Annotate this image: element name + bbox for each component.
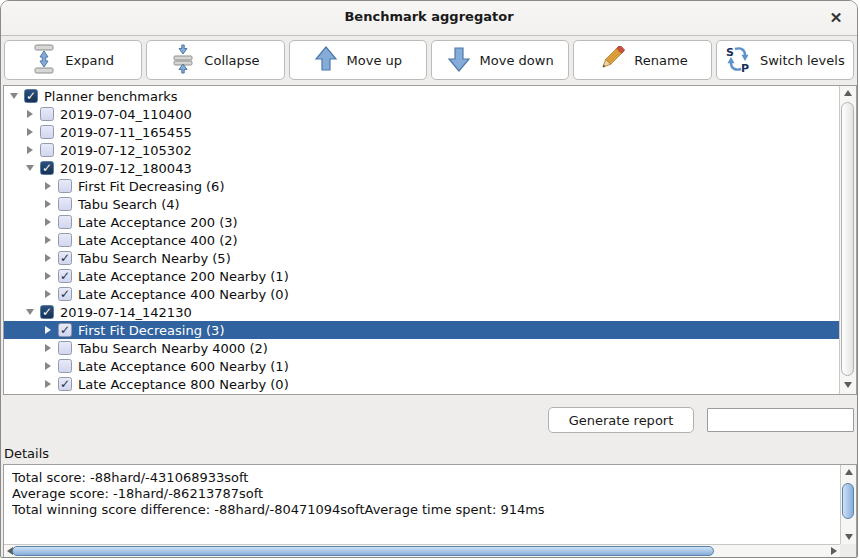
report-name-input[interactable] xyxy=(707,408,854,432)
tree-checkbox[interactable] xyxy=(58,359,72,373)
title-bar: Benchmark aggregator ✕ xyxy=(1,1,857,36)
tree-checkbox[interactable] xyxy=(40,143,54,157)
details-horizontal-scrollbar[interactable] xyxy=(4,544,840,557)
details-label: Details xyxy=(4,446,49,461)
tree-item-label: Late Acceptance 200 (3) xyxy=(78,215,238,230)
expand-arrow-icon[interactable] xyxy=(41,271,54,281)
tree-item-label: 2019-07-04_110400 xyxy=(60,107,192,122)
expand-arrow-icon[interactable] xyxy=(41,289,54,299)
expand-arrow-icon[interactable] xyxy=(41,235,54,245)
tree-item-label: Planner benchmarks xyxy=(44,89,178,104)
tree-checkbox[interactable] xyxy=(58,341,72,355)
expand-arrow-icon[interactable] xyxy=(41,325,54,335)
scroll-right-icon[interactable] xyxy=(828,545,840,557)
tree-row[interactable]: ✓Late Acceptance 400 Nearby (0) xyxy=(4,285,839,303)
tree-checkbox[interactable] xyxy=(40,107,54,121)
tree-row[interactable]: Late Acceptance 200 (3) xyxy=(4,213,839,231)
tree-checkbox[interactable]: ✓ xyxy=(58,269,72,283)
tree-row[interactable]: ✓First Fit Decreasing (3) xyxy=(4,321,839,339)
tree-checkbox[interactable]: ✓ xyxy=(58,377,72,391)
scroll-down-icon[interactable] xyxy=(841,530,856,544)
tree-row[interactable]: Late Acceptance 600 Nearby (1) xyxy=(4,357,839,375)
expand-arrow-icon[interactable] xyxy=(41,199,54,209)
expand-arrow-icon[interactable] xyxy=(41,379,54,389)
scroll-down-icon[interactable] xyxy=(840,378,856,392)
expand-arrow-icon[interactable] xyxy=(23,145,36,155)
benchmark-tree-panel: ✓Planner benchmarks2019-07-04_1104002019… xyxy=(3,85,857,395)
tree-checkbox[interactable] xyxy=(58,197,72,211)
expand-arrow-icon[interactable] xyxy=(41,181,54,191)
tree-row[interactable]: ✓2019-07-14_142130 xyxy=(4,303,839,321)
pencil-icon xyxy=(597,46,625,75)
tree-checkbox[interactable] xyxy=(58,215,72,229)
tree-row[interactable]: Late Acceptance 400 (2) xyxy=(4,231,839,249)
expand-arrow-icon[interactable] xyxy=(41,253,54,263)
move-up-icon xyxy=(314,45,338,76)
details-panel: Total score: -88hard/-431068933soft Aver… xyxy=(3,464,857,558)
toolbar: Expand Collapse Move up xyxy=(4,40,854,80)
rename-button[interactable]: Rename xyxy=(573,40,711,80)
move-down-icon xyxy=(447,45,471,76)
total-score-line: Total score: -88hard/-431068933soft xyxy=(12,470,836,486)
move-up-button[interactable]: Move up xyxy=(289,40,427,80)
switch-levels-button[interactable]: S P Switch levels xyxy=(716,40,854,80)
details-hscrollbar-thumb[interactable] xyxy=(12,546,714,556)
tree-item-label: 2019-07-11_165455 xyxy=(60,125,192,140)
tree-checkbox[interactable] xyxy=(58,179,72,193)
winning-score-line: Total winning score difference: -88hard/… xyxy=(12,502,836,518)
expand-arrow-icon[interactable] xyxy=(41,361,54,371)
expand-button[interactable]: Expand xyxy=(4,40,142,80)
tree-checkbox[interactable]: ✓ xyxy=(58,251,72,265)
tree-row[interactable]: 2019-07-11_165455 xyxy=(4,123,839,141)
tree-row[interactable]: ✓Late Acceptance 800 Nearby (0) xyxy=(4,375,839,393)
tree-item-label: 2019-07-12_105302 xyxy=(60,143,192,158)
move-down-button-label: Move down xyxy=(480,53,554,68)
tree-scrollbar-thumb[interactable] xyxy=(841,102,854,376)
tree-item-label: 2019-07-14_142130 xyxy=(60,305,192,320)
expand-arrow-icon[interactable] xyxy=(23,127,36,137)
details-vertical-scrollbar[interactable] xyxy=(840,465,856,544)
tree-row[interactable]: Tabu Search Nearby 4000 (2) xyxy=(4,339,839,357)
move-down-button[interactable]: Move down xyxy=(431,40,569,80)
tree-row[interactable]: ✓Late Acceptance 200 Nearby (1) xyxy=(4,267,839,285)
move-up-button-label: Move up xyxy=(347,53,403,68)
collapse-button[interactable]: Collapse xyxy=(146,40,284,80)
tree-item-label: Tabu Search Nearby (5) xyxy=(78,251,231,266)
tree-checkbox[interactable]: ✓ xyxy=(24,89,38,103)
tree-checkbox[interactable]: ✓ xyxy=(58,323,72,337)
collapse-arrow-icon[interactable] xyxy=(23,307,36,317)
tree-checkbox[interactable] xyxy=(40,125,54,139)
tree-item-label: Late Acceptance 400 (2) xyxy=(78,233,238,248)
tree-row[interactable]: 2019-07-04_110400 xyxy=(4,105,839,123)
window-title: Benchmark aggregator xyxy=(1,9,857,24)
scrollbar-corner xyxy=(840,544,856,557)
tree-row[interactable]: Tabu Search (4) xyxy=(4,195,839,213)
tree-checkbox[interactable]: ✓ xyxy=(40,305,54,319)
rename-button-label: Rename xyxy=(634,53,687,68)
tree-item-label: Late Acceptance 200 Nearby (1) xyxy=(78,269,289,284)
expand-arrow-icon[interactable] xyxy=(23,109,36,119)
tree-row[interactable]: ✓2019-07-12_180043 xyxy=(4,159,839,177)
tree-checkbox[interactable]: ✓ xyxy=(58,287,72,301)
switch-levels-icon: S P xyxy=(725,45,751,76)
tree-row[interactable]: First Fit Decreasing (6) xyxy=(4,177,839,195)
collapse-button-label: Collapse xyxy=(204,53,259,68)
expand-arrow-icon[interactable] xyxy=(41,217,54,227)
details-text: Total score: -88hard/-431068933soft Aver… xyxy=(12,470,836,518)
scroll-up-icon[interactable] xyxy=(840,86,856,100)
generate-report-button[interactable]: Generate report xyxy=(548,407,694,433)
tree-vertical-scrollbar[interactable] xyxy=(839,86,856,394)
expand-arrow-icon[interactable] xyxy=(41,343,54,353)
details-vscrollbar-thumb[interactable] xyxy=(842,483,854,519)
close-icon[interactable]: ✕ xyxy=(825,7,847,29)
tree-checkbox[interactable]: ✓ xyxy=(40,161,54,175)
tree-checkbox[interactable] xyxy=(58,233,72,247)
collapse-arrow-icon[interactable] xyxy=(23,163,36,173)
scroll-up-icon[interactable] xyxy=(841,465,856,479)
collapse-arrow-icon[interactable] xyxy=(7,91,20,101)
tree-item-label: Late Acceptance 800 Nearby (0) xyxy=(78,377,289,392)
tree-row[interactable]: ✓Tabu Search Nearby (5) xyxy=(4,249,839,267)
tree-row[interactable]: ✓Planner benchmarks xyxy=(4,87,839,105)
tree-row[interactable]: 2019-07-12_105302 xyxy=(4,141,839,159)
collapse-icon xyxy=(171,44,195,77)
